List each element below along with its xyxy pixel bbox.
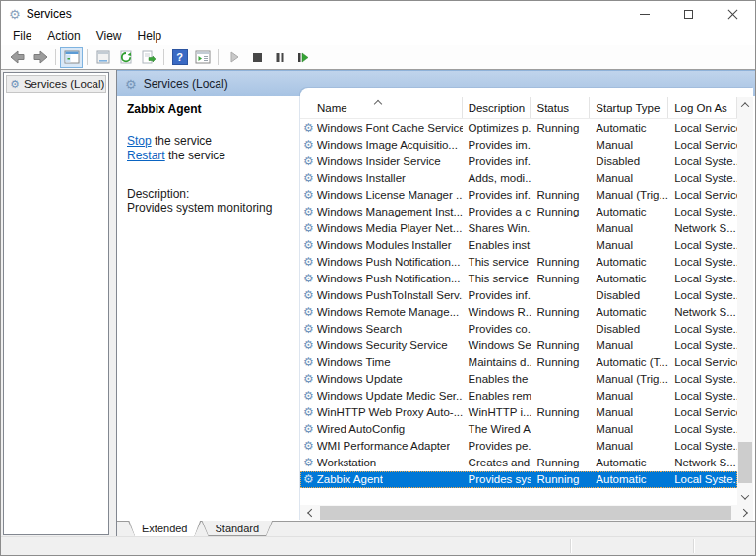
vertical-scrollbar[interactable] (737, 97, 753, 505)
service-row[interactable]: ⚙Windows UpdateEnables the ...Manual (Tr… (300, 371, 737, 388)
restart-service-link[interactable]: Restart (127, 149, 165, 162)
service-row[interactable]: ⚙Windows Push Notification...This servic… (300, 271, 737, 287)
cell-log-on-as: Network S... (668, 304, 737, 321)
cell-status (531, 154, 590, 170)
services-list: Name Description Status Startup Type Log… (300, 88, 753, 521)
service-row[interactable]: ⚙Windows Insider ServiceProvides inf...D… (300, 154, 737, 170)
service-row[interactable]: ⚙Windows License Manager ...Provides inf… (300, 187, 737, 204)
horizontal-scrollbar[interactable] (300, 505, 753, 521)
tab-standard[interactable]: Standard (201, 521, 273, 536)
menu-action[interactable]: Action (39, 28, 88, 45)
back-button[interactable] (6, 47, 29, 68)
show-console-tree-button[interactable] (60, 47, 83, 68)
title-bar: ⚙ Services (1, 1, 755, 27)
properties-button[interactable] (92, 47, 114, 68)
forward-button[interactable] (29, 47, 51, 68)
cell-description: Maintains d... (463, 354, 532, 371)
tab-standard-label: Standard (215, 523, 259, 534)
menu-view[interactable]: View (89, 28, 130, 45)
service-row[interactable]: ⚙WMI Performance AdapterProvides pe...Ma… (300, 438, 737, 455)
tree-item-services-local[interactable]: ⚙ Services (Local) (6, 75, 106, 93)
cell-status: Running (531, 471, 590, 488)
service-row[interactable]: ⚙WorkstationCreates and...RunningAutomat… (300, 455, 737, 471)
stop-service-suffix: the service (152, 134, 212, 148)
panel-header-icon: ⚙ (125, 77, 137, 92)
stop-service-line: Stop the service (127, 134, 296, 149)
service-row[interactable]: ⚙Windows Media Player Net...Shares Win..… (300, 220, 737, 237)
console-tree-panel: ⚙ Services (Local) (3, 72, 109, 535)
service-name-text: Windows Insider Service (317, 154, 441, 170)
cell-name: ⚙Windows Time (300, 354, 463, 371)
pause-service-button[interactable] (268, 47, 290, 68)
cell-name: ⚙Windows Font Cache Service (300, 120, 463, 137)
service-row[interactable]: ⚙Windows Management Inst...Provides a c.… (300, 204, 737, 220)
tab-extended-label: Extended (142, 523, 187, 534)
menu-file[interactable]: File (5, 28, 39, 45)
cell-name: ⚙Workstation (300, 455, 463, 471)
column-header-log-on-as-label: Log On As (674, 102, 727, 114)
service-row[interactable]: ⚙Windows Image Acquisitio...Provides im.… (300, 137, 737, 154)
console-tree-icon (64, 49, 80, 65)
service-row[interactable]: ⚙Windows SearchProvides co...DisabledLoc… (300, 321, 737, 338)
service-row[interactable]: ⚙Windows Security ServiceWindows Se...Ru… (300, 338, 737, 354)
service-row[interactable]: ⚙Windows Push Notification...This servic… (300, 254, 737, 271)
scroll-up-button[interactable] (737, 97, 753, 113)
cell-log-on-as: Local Syste... (668, 237, 737, 254)
service-row[interactable]: ⚙Windows Modules InstallerEnables inst..… (300, 237, 737, 254)
cell-description: Provides pe... (463, 438, 532, 455)
cell-name: ⚙Windows Insider Service (300, 154, 463, 170)
service-row[interactable]: ⚙WinHTTP Web Proxy Auto-...WinHTTP i...R… (300, 404, 737, 421)
column-header-name[interactable]: Name (300, 97, 463, 118)
chevron-right-icon (739, 509, 747, 517)
service-row[interactable]: ⚙Zabbix AgentProvides sys...RunningAutom… (300, 471, 737, 488)
close-button[interactable] (711, 1, 755, 27)
cell-status: Running (531, 304, 590, 321)
stop-service-button[interactable] (245, 47, 268, 68)
service-name-text: WinHTTP Web Proxy Auto-... (317, 404, 463, 421)
cell-description: Provides inf... (463, 287, 532, 304)
service-row[interactable]: ⚙Windows Update Medic Ser...Enables rem.… (300, 388, 737, 404)
horizontal-scrollbar-thumb[interactable] (320, 506, 731, 520)
service-row[interactable]: ⚙Windows PushToInstall Serv...Provides i… (300, 287, 737, 304)
stop-service-link[interactable]: Stop (127, 134, 152, 148)
restart-service-button[interactable] (290, 47, 313, 68)
service-row[interactable]: ⚙Windows Font Cache ServiceOptimizes p..… (300, 120, 737, 137)
column-header-log-on-as[interactable]: Log On As (668, 97, 737, 118)
service-row[interactable]: ⚙Windows Remote Manage...Windows R...Run… (300, 304, 737, 321)
scroll-right-button[interactable] (737, 505, 753, 521)
service-gear-icon: ⚙ (303, 471, 314, 488)
menu-help[interactable]: Help (130, 28, 170, 45)
vertical-scrollbar-thumb[interactable] (738, 442, 752, 483)
service-row[interactable]: ⚙Wired AutoConfigThe Wired A...ManualLoc… (300, 421, 737, 438)
show-action-pane-button[interactable] (191, 47, 214, 68)
help-button[interactable]: ? (168, 47, 191, 68)
cell-description: Enables rem... (463, 388, 532, 404)
column-header-description[interactable]: Description (463, 97, 532, 118)
service-row[interactable]: ⚙Windows TimeMaintains d...RunningAutoma… (300, 354, 737, 371)
service-row[interactable]: ⚙Windows InstallerAdds, modi...ManualLoc… (300, 170, 737, 187)
cell-status: Running (531, 187, 590, 204)
service-gear-icon: ⚙ (303, 187, 314, 204)
cell-name: ⚙WinHTTP Web Proxy Auto-... (300, 404, 463, 421)
minimize-button[interactable] (622, 1, 666, 27)
cell-log-on-as: Local Service (668, 404, 737, 421)
maximize-button[interactable] (666, 1, 711, 27)
cell-status: Running (531, 204, 590, 220)
service-gear-icon: ⚙ (303, 271, 314, 287)
export-list-button[interactable] (137, 47, 159, 68)
tab-extended[interactable]: Extended (128, 521, 201, 536)
cell-log-on-as: Network S... (668, 220, 737, 237)
cell-startup-type: Manual (590, 438, 668, 455)
cell-status: Running (531, 254, 590, 271)
service-name-text: Windows Installer (317, 170, 406, 187)
scroll-down-button[interactable] (737, 489, 753, 505)
refresh-button[interactable] (114, 47, 137, 68)
service-name-text: Windows Push Notification... (317, 254, 461, 271)
maximize-icon (684, 10, 693, 19)
cell-status: Running (531, 338, 590, 354)
start-service-button[interactable] (222, 47, 245, 68)
cell-description: WinHTTP i... (463, 404, 532, 421)
column-header-startup-type[interactable]: Startup Type (590, 97, 668, 118)
scroll-left-button[interactable] (302, 505, 318, 521)
column-header-status[interactable]: Status (531, 97, 590, 118)
